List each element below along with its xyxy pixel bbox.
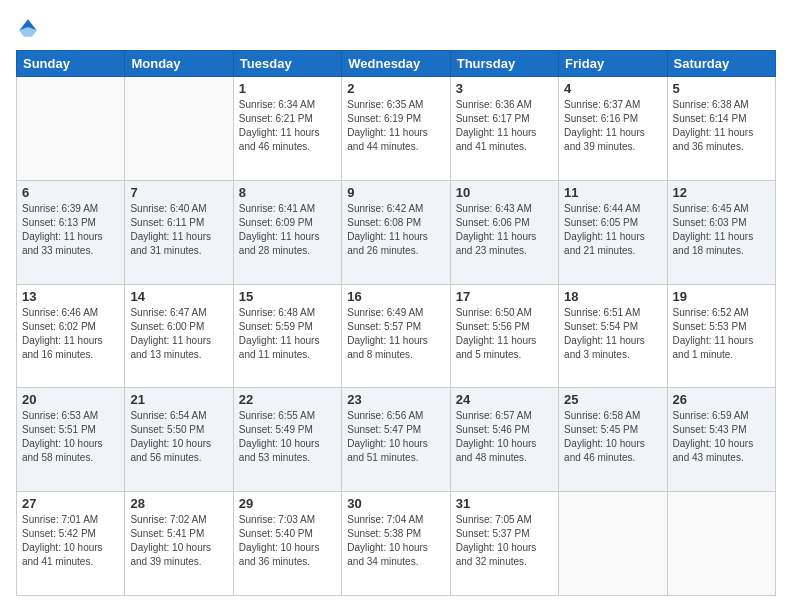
calendar-week-row: 20Sunrise: 6:53 AM Sunset: 5:51 PM Dayli…: [17, 388, 776, 492]
cell-details: Sunrise: 6:53 AM Sunset: 5:51 PM Dayligh…: [22, 409, 119, 465]
cell-details: Sunrise: 6:36 AM Sunset: 6:17 PM Dayligh…: [456, 98, 553, 154]
calendar-cell: 2Sunrise: 6:35 AM Sunset: 6:19 PM Daylig…: [342, 77, 450, 181]
cell-details: Sunrise: 7:01 AM Sunset: 5:42 PM Dayligh…: [22, 513, 119, 569]
calendar-cell: 31Sunrise: 7:05 AM Sunset: 5:37 PM Dayli…: [450, 492, 558, 596]
day-number: 27: [22, 496, 119, 511]
day-number: 31: [456, 496, 553, 511]
calendar-cell: 26Sunrise: 6:59 AM Sunset: 5:43 PM Dayli…: [667, 388, 775, 492]
cell-details: Sunrise: 6:43 AM Sunset: 6:06 PM Dayligh…: [456, 202, 553, 258]
calendar-cell: [667, 492, 775, 596]
day-number: 15: [239, 289, 336, 304]
cell-details: Sunrise: 6:44 AM Sunset: 6:05 PM Dayligh…: [564, 202, 661, 258]
day-number: 20: [22, 392, 119, 407]
day-number: 16: [347, 289, 444, 304]
calendar-week-row: 13Sunrise: 6:46 AM Sunset: 6:02 PM Dayli…: [17, 284, 776, 388]
calendar-cell: 29Sunrise: 7:03 AM Sunset: 5:40 PM Dayli…: [233, 492, 341, 596]
cell-details: Sunrise: 6:57 AM Sunset: 5:46 PM Dayligh…: [456, 409, 553, 465]
day-number: 19: [673, 289, 770, 304]
cell-details: Sunrise: 6:37 AM Sunset: 6:16 PM Dayligh…: [564, 98, 661, 154]
day-number: 6: [22, 185, 119, 200]
weekday-header: Saturday: [667, 51, 775, 77]
day-number: 28: [130, 496, 227, 511]
calendar-cell: 14Sunrise: 6:47 AM Sunset: 6:00 PM Dayli…: [125, 284, 233, 388]
day-number: 5: [673, 81, 770, 96]
calendar-cell: 22Sunrise: 6:55 AM Sunset: 5:49 PM Dayli…: [233, 388, 341, 492]
calendar-cell: 15Sunrise: 6:48 AM Sunset: 5:59 PM Dayli…: [233, 284, 341, 388]
day-number: 21: [130, 392, 227, 407]
day-number: 3: [456, 81, 553, 96]
cell-details: Sunrise: 7:05 AM Sunset: 5:37 PM Dayligh…: [456, 513, 553, 569]
cell-details: Sunrise: 6:59 AM Sunset: 5:43 PM Dayligh…: [673, 409, 770, 465]
calendar-cell: 12Sunrise: 6:45 AM Sunset: 6:03 PM Dayli…: [667, 180, 775, 284]
header: [16, 16, 776, 40]
calendar-cell: 24Sunrise: 6:57 AM Sunset: 5:46 PM Dayli…: [450, 388, 558, 492]
calendar-cell: 13Sunrise: 6:46 AM Sunset: 6:02 PM Dayli…: [17, 284, 125, 388]
calendar-cell: 17Sunrise: 6:50 AM Sunset: 5:56 PM Dayli…: [450, 284, 558, 388]
day-number: 29: [239, 496, 336, 511]
day-number: 30: [347, 496, 444, 511]
day-number: 2: [347, 81, 444, 96]
cell-details: Sunrise: 6:55 AM Sunset: 5:49 PM Dayligh…: [239, 409, 336, 465]
calendar-cell: 18Sunrise: 6:51 AM Sunset: 5:54 PM Dayli…: [559, 284, 667, 388]
calendar-cell: 7Sunrise: 6:40 AM Sunset: 6:11 PM Daylig…: [125, 180, 233, 284]
cell-details: Sunrise: 6:50 AM Sunset: 5:56 PM Dayligh…: [456, 306, 553, 362]
calendar-cell: 3Sunrise: 6:36 AM Sunset: 6:17 PM Daylig…: [450, 77, 558, 181]
calendar-cell: 9Sunrise: 6:42 AM Sunset: 6:08 PM Daylig…: [342, 180, 450, 284]
cell-details: Sunrise: 6:41 AM Sunset: 6:09 PM Dayligh…: [239, 202, 336, 258]
day-number: 13: [22, 289, 119, 304]
cell-details: Sunrise: 6:52 AM Sunset: 5:53 PM Dayligh…: [673, 306, 770, 362]
weekday-header: Monday: [125, 51, 233, 77]
calendar-cell: 10Sunrise: 6:43 AM Sunset: 6:06 PM Dayli…: [450, 180, 558, 284]
cell-details: Sunrise: 6:34 AM Sunset: 6:21 PM Dayligh…: [239, 98, 336, 154]
calendar-week-row: 27Sunrise: 7:01 AM Sunset: 5:42 PM Dayli…: [17, 492, 776, 596]
logo: [16, 16, 44, 40]
calendar-week-row: 1Sunrise: 6:34 AM Sunset: 6:21 PM Daylig…: [17, 77, 776, 181]
calendar-cell: 21Sunrise: 6:54 AM Sunset: 5:50 PM Dayli…: [125, 388, 233, 492]
cell-details: Sunrise: 7:02 AM Sunset: 5:41 PM Dayligh…: [130, 513, 227, 569]
weekday-header: Tuesday: [233, 51, 341, 77]
calendar-cell: 4Sunrise: 6:37 AM Sunset: 6:16 PM Daylig…: [559, 77, 667, 181]
calendar-week-row: 6Sunrise: 6:39 AM Sunset: 6:13 PM Daylig…: [17, 180, 776, 284]
day-number: 8: [239, 185, 336, 200]
cell-details: Sunrise: 7:04 AM Sunset: 5:38 PM Dayligh…: [347, 513, 444, 569]
day-number: 17: [456, 289, 553, 304]
calendar-cell: 30Sunrise: 7:04 AM Sunset: 5:38 PM Dayli…: [342, 492, 450, 596]
day-number: 1: [239, 81, 336, 96]
calendar-cell: 1Sunrise: 6:34 AM Sunset: 6:21 PM Daylig…: [233, 77, 341, 181]
cell-details: Sunrise: 6:49 AM Sunset: 5:57 PM Dayligh…: [347, 306, 444, 362]
calendar-cell: [559, 492, 667, 596]
calendar-cell: 28Sunrise: 7:02 AM Sunset: 5:41 PM Dayli…: [125, 492, 233, 596]
cell-details: Sunrise: 6:56 AM Sunset: 5:47 PM Dayligh…: [347, 409, 444, 465]
cell-details: Sunrise: 6:40 AM Sunset: 6:11 PM Dayligh…: [130, 202, 227, 258]
logo-icon: [16, 16, 40, 40]
calendar-cell: 19Sunrise: 6:52 AM Sunset: 5:53 PM Dayli…: [667, 284, 775, 388]
cell-details: Sunrise: 6:39 AM Sunset: 6:13 PM Dayligh…: [22, 202, 119, 258]
calendar-cell: [125, 77, 233, 181]
calendar-cell: 25Sunrise: 6:58 AM Sunset: 5:45 PM Dayli…: [559, 388, 667, 492]
calendar-cell: 5Sunrise: 6:38 AM Sunset: 6:14 PM Daylig…: [667, 77, 775, 181]
cell-details: Sunrise: 6:48 AM Sunset: 5:59 PM Dayligh…: [239, 306, 336, 362]
cell-details: Sunrise: 6:46 AM Sunset: 6:02 PM Dayligh…: [22, 306, 119, 362]
day-number: 24: [456, 392, 553, 407]
weekday-header: Thursday: [450, 51, 558, 77]
calendar-header-row: SundayMondayTuesdayWednesdayThursdayFrid…: [17, 51, 776, 77]
day-number: 12: [673, 185, 770, 200]
day-number: 11: [564, 185, 661, 200]
day-number: 10: [456, 185, 553, 200]
cell-details: Sunrise: 6:58 AM Sunset: 5:45 PM Dayligh…: [564, 409, 661, 465]
day-number: 14: [130, 289, 227, 304]
cell-details: Sunrise: 6:35 AM Sunset: 6:19 PM Dayligh…: [347, 98, 444, 154]
calendar-cell: 23Sunrise: 6:56 AM Sunset: 5:47 PM Dayli…: [342, 388, 450, 492]
cell-details: Sunrise: 6:54 AM Sunset: 5:50 PM Dayligh…: [130, 409, 227, 465]
page: SundayMondayTuesdayWednesdayThursdayFrid…: [0, 0, 792, 612]
cell-details: Sunrise: 6:45 AM Sunset: 6:03 PM Dayligh…: [673, 202, 770, 258]
day-number: 4: [564, 81, 661, 96]
weekday-header: Sunday: [17, 51, 125, 77]
calendar-cell: 16Sunrise: 6:49 AM Sunset: 5:57 PM Dayli…: [342, 284, 450, 388]
day-number: 23: [347, 392, 444, 407]
weekday-header: Friday: [559, 51, 667, 77]
cell-details: Sunrise: 7:03 AM Sunset: 5:40 PM Dayligh…: [239, 513, 336, 569]
calendar-cell: 6Sunrise: 6:39 AM Sunset: 6:13 PM Daylig…: [17, 180, 125, 284]
day-number: 18: [564, 289, 661, 304]
cell-details: Sunrise: 6:51 AM Sunset: 5:54 PM Dayligh…: [564, 306, 661, 362]
